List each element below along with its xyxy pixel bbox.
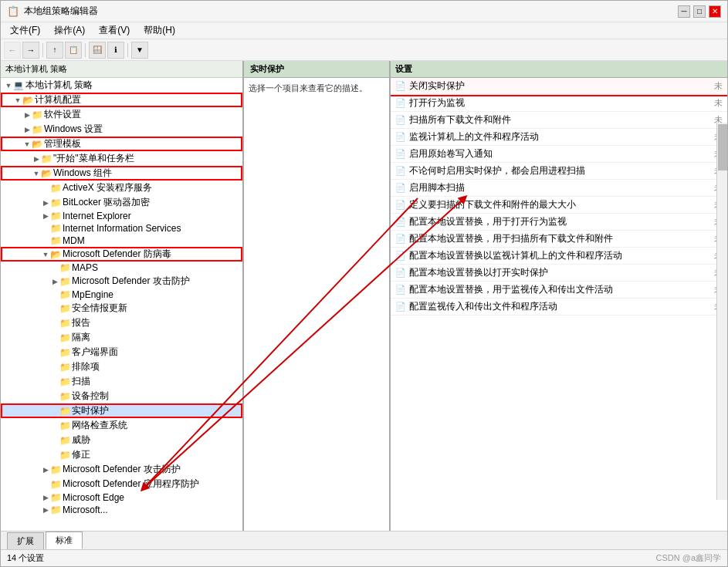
tree-toggle-admin[interactable]: ▼ bbox=[22, 140, 32, 149]
settings-header: 设置 bbox=[391, 61, 727, 78]
settings-item-label: 扫描所有下载文件和附件 bbox=[409, 113, 704, 127]
close-button[interactable]: ✕ bbox=[709, 5, 721, 18]
folder-icon-security: 📁 bbox=[59, 303, 70, 314]
tree-item-exclusions[interactable]: 📁 排除项 bbox=[1, 359, 242, 374]
folder-icon-threats: 📁 bbox=[59, 435, 70, 446]
menu-view[interactable]: 查看(V) bbox=[93, 22, 136, 39]
tree-item-iis[interactable]: 📁 Internet Information Services bbox=[1, 222, 242, 235]
settings-item[interactable]: 📄 配置本地设置替换，用于扫描所有下载文件和附件 未 bbox=[391, 231, 727, 248]
tree-item-quarantine[interactable]: 📁 隔离 bbox=[1, 330, 242, 345]
menu-help[interactable]: 帮助(H) bbox=[137, 22, 181, 39]
folder-icon-report: 📁 bbox=[59, 318, 70, 329]
tree-item-windows-components[interactable]: ▼ 📂 Windows 组件 bbox=[1, 166, 242, 181]
tree-toggle-computer[interactable]: ▼ bbox=[13, 96, 22, 105]
tree-toggle-edge[interactable]: ▶ bbox=[41, 493, 50, 502]
tree-toggle-start[interactable]: ▶ bbox=[32, 154, 41, 164]
tree-item-realtime[interactable]: 📁 实时保护 bbox=[1, 403, 242, 418]
settings-item[interactable]: 📄 不论何时启用实时保护，都会启用进程扫描 未 bbox=[391, 163, 727, 180]
tree-toggle-root[interactable]: ▼ bbox=[4, 81, 13, 90]
settings-item[interactable]: 📄 配置监视传入和传出文件和程序活动 未 bbox=[391, 299, 727, 316]
tab-expand[interactable]: 扩展 bbox=[7, 532, 44, 549]
settings-item-icon: 📄 bbox=[395, 115, 406, 125]
folder-open-icon-defender: 📂 bbox=[50, 249, 61, 260]
tree-item-local-policy[interactable]: ▼ 💻 本地计算机 策略 bbox=[1, 78, 242, 93]
tree-item-windows-settings[interactable]: ▶ 📁 Windows 设置 bbox=[1, 122, 242, 137]
settings-item[interactable]: 📄 配置本地设置替换，用于打开行为监视 未 bbox=[391, 214, 727, 231]
tree-toggle-bitlocker[interactable]: ▶ bbox=[41, 198, 50, 208]
settings-item-icon: 📄 bbox=[395, 217, 406, 227]
tree-item-computer-config[interactable]: ▼ 📂 计算机配置 bbox=[1, 93, 242, 107]
minimize-button[interactable]: ─ bbox=[678, 5, 690, 18]
tree-item-security-update[interactable]: 📁 安全情报更新 bbox=[1, 301, 242, 316]
scrollbar-thumb[interactable] bbox=[718, 124, 727, 170]
tab-standard[interactable]: 标准 bbox=[46, 532, 83, 549]
settings-item-icon: 📄 bbox=[395, 98, 406, 108]
filter-button[interactable]: ▼ bbox=[131, 42, 148, 59]
maximize-button[interactable]: □ bbox=[693, 5, 706, 18]
tree-item-remediation[interactable]: 📁 修正 bbox=[1, 447, 242, 462]
tree-item-ms-defender-exploit2[interactable]: ▶ 📁 Microsoft Defender 攻击防护 bbox=[1, 462, 242, 477]
settings-item[interactable]: 📄 启用原始卷写入通知 未 bbox=[391, 146, 727, 163]
tree-item-activex[interactable]: 📁 ActiveX 安装程序服务 bbox=[1, 181, 242, 195]
folder-icon-windows-settings: 📁 bbox=[32, 124, 42, 135]
tree-toggle-exploit[interactable]: ▶ bbox=[50, 277, 59, 286]
watermark: CSDN @a鑫同学 bbox=[655, 552, 721, 564]
scrollbar[interactable] bbox=[716, 123, 727, 500]
menu-action[interactable]: 操作(A) bbox=[48, 22, 91, 39]
settings-item[interactable]: 📄 打开行为监视 未 bbox=[391, 95, 727, 112]
forward-button[interactable]: → bbox=[22, 42, 39, 59]
tree-toggle-more[interactable]: ▶ bbox=[41, 505, 50, 515]
tree-item-start-menu[interactable]: ▶ 📁 "开始"菜单和任务栏 bbox=[1, 151, 242, 166]
tree-toggle-software[interactable]: ▶ bbox=[22, 110, 32, 120]
tree-toggle-win-comp[interactable]: ▼ bbox=[32, 169, 41, 178]
tree-item-bitlocker[interactable]: ▶ 📁 BitLocker 驱动器加密 bbox=[1, 195, 242, 210]
tree-item-ms-defender-exploit[interactable]: ▶ 📁 Microsoft Defender 攻击防护 bbox=[1, 274, 242, 289]
tree-label-ms-defender-exploit: Microsoft Defender 攻击防护 bbox=[72, 275, 190, 288]
tree-container[interactable]: ▼ 💻 本地计算机 策略 ▼ 📂 计算机配置 ▶ 📁 软件设置 bbox=[1, 78, 242, 531]
status-count: 14 个设置 bbox=[7, 552, 44, 564]
tree-item-mpengine[interactable]: 📁 MpEngine bbox=[1, 289, 242, 301]
settings-item[interactable]: 📄 扫描所有下载文件和附件 未 bbox=[391, 112, 727, 129]
settings-item[interactable]: 📄 配置本地设置替换，用于监视传入和传出文件活动 未 bbox=[391, 282, 727, 299]
back-button[interactable]: ← bbox=[4, 42, 21, 59]
new-window-button[interactable]: 🪟 bbox=[89, 42, 106, 59]
tree-item-software-settings[interactable]: ▶ 📁 软件设置 bbox=[1, 107, 242, 122]
tree-item-network-inspection[interactable]: 📁 网络检查系统 bbox=[1, 418, 242, 433]
tree-label-maps: MAPS bbox=[72, 262, 98, 273]
settings-item-label: 定义要扫描的下载文件和附件的最大大小 bbox=[409, 198, 704, 211]
tree-toggle-windows-settings[interactable]: ▶ bbox=[22, 125, 32, 134]
tree-label-local-policy: 本地计算机 策略 bbox=[25, 79, 93, 92]
settings-item[interactable]: 📄 监视计算机上的文件和程序活动 未 bbox=[391, 129, 727, 146]
toolbar-separator-1 bbox=[42, 43, 43, 57]
tree-item-admin-templates[interactable]: ▼ 📂 管理模板 bbox=[1, 137, 242, 151]
tree-item-ie[interactable]: ▶ 📁 Internet Explorer bbox=[1, 210, 242, 222]
tree-item-client-ui[interactable]: 📁 客户端界面 bbox=[1, 345, 242, 359]
settings-item[interactable]: 📄 配置本地设置替换以打开实时保护 未 bbox=[391, 265, 727, 282]
settings-item-status: 未 bbox=[707, 97, 723, 109]
tree-toggle-exploit2[interactable]: ▶ bbox=[41, 465, 50, 474]
tree-item-report[interactable]: 📁 报告 bbox=[1, 316, 242, 330]
settings-item-label: 配置本地设置替换，用于打开行为监视 bbox=[409, 215, 704, 228]
settings-item[interactable]: 📄 启用脚本扫描 未 bbox=[391, 180, 727, 197]
tree-item-device-control[interactable]: 📁 设备控制 bbox=[1, 389, 242, 403]
tree-label-windows-settings: Windows 设置 bbox=[44, 123, 103, 136]
up-button[interactable]: ↑ bbox=[46, 42, 63, 59]
show-hide-button[interactable]: 📋 bbox=[65, 42, 82, 59]
tree-item-scan[interactable]: 📁 扫描 bbox=[1, 374, 242, 389]
tree-item-ms-defender-app[interactable]: 📁 Microsoft Defender 应用程序防护 bbox=[1, 477, 242, 491]
bottom-area: 扩展 标准 14 个设置 CSDN @a鑫同学 bbox=[1, 531, 727, 566]
tree-toggle-ie[interactable]: ▶ bbox=[41, 211, 50, 221]
tree-item-mdm[interactable]: 📁 MDM bbox=[1, 235, 242, 247]
folder-open-icon-admin: 📂 bbox=[32, 139, 42, 150]
menu-file[interactable]: 文件(F) bbox=[4, 22, 46, 39]
settings-item[interactable]: 📄 关闭实时保护 未 bbox=[391, 78, 727, 95]
tree-toggle-defender[interactable]: ▼ bbox=[41, 250, 50, 259]
settings-item[interactable]: 📄 配置本地设置替换以监视计算机上的文件和程序活动 未 bbox=[391, 248, 727, 265]
tree-item-ms-defender[interactable]: ▼ 📂 Microsoft Defender 防病毒 bbox=[1, 247, 242, 262]
properties-button[interactable]: ℹ bbox=[107, 42, 124, 59]
tree-item-maps[interactable]: 📁 MAPS bbox=[1, 262, 242, 274]
tree-item-more[interactable]: ▶ 📁 Microsoft... bbox=[1, 504, 242, 516]
settings-item[interactable]: 📄 定义要扫描的下载文件和附件的最大大小 未 bbox=[391, 197, 727, 214]
tree-item-ms-edge[interactable]: ▶ 📁 Microsoft Edge bbox=[1, 491, 242, 504]
tree-item-threats[interactable]: 📁 威胁 bbox=[1, 433, 242, 447]
